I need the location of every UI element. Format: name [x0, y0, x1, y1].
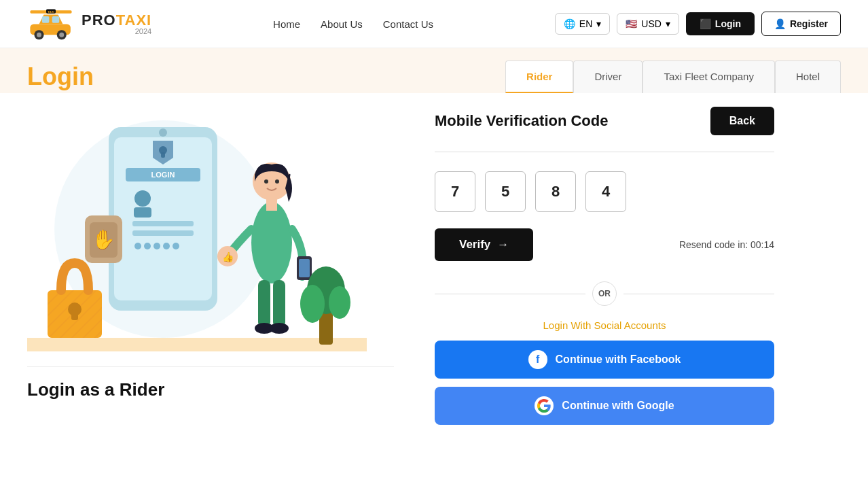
- nav-about[interactable]: About Us: [321, 18, 363, 30]
- login-band: Login Rider Driver Taxi Fleet Company Ho…: [0, 48, 868, 93]
- svg-rect-19: [132, 230, 194, 236]
- svg-rect-38: [273, 280, 285, 328]
- facebook-login-button[interactable]: f Continue with Facebook: [435, 341, 774, 379]
- svg-point-22: [153, 243, 160, 249]
- tab-hotel[interactable]: Hotel: [775, 60, 841, 93]
- otp-input-4[interactable]: [585, 171, 626, 212]
- tab-rider[interactable]: Rider: [505, 60, 573, 93]
- right-panel: Mobile Verification Code Back Verify → R…: [435, 93, 774, 433]
- svg-point-24: [173, 243, 179, 249]
- taxi-logo-icon: TAXI: [27, 7, 75, 41]
- login-illustration: LOGIN ✋: [27, 93, 367, 351]
- svg-point-23: [163, 243, 170, 249]
- or-badge: OR: [592, 281, 617, 306]
- otp-input-3[interactable]: [535, 171, 576, 212]
- svg-point-51: [300, 285, 325, 323]
- main-nav: Home About Us Contact Us: [273, 18, 433, 30]
- verify-button[interactable]: Verify →: [435, 228, 533, 261]
- resend-timer: Resend code in: 00:14: [679, 239, 774, 250]
- svg-rect-34: [266, 198, 277, 211]
- logo-taxi: TAXI: [116, 13, 151, 28]
- facebook-icon: f: [528, 350, 547, 369]
- social-section-title: Login With Social Accounts: [435, 319, 774, 331]
- main-content: LOGIN ✋: [0, 93, 868, 460]
- or-line-right: [623, 294, 774, 294]
- left-panel: LOGIN ✋: [27, 93, 394, 400]
- svg-point-16: [134, 190, 151, 207]
- person-icon: 👤: [774, 18, 786, 29]
- svg-rect-17: [134, 207, 151, 218]
- illustration-divider: [27, 366, 394, 367]
- chevron-down-icon: ▾: [666, 18, 670, 29]
- svg-point-30: [251, 202, 292, 283]
- rider-label: Login as a Rider: [27, 379, 394, 400]
- svg-point-52: [329, 286, 350, 319]
- otp-input-row: [435, 171, 774, 212]
- header-right: 🌐 EN ▾ 🇺🇸 USD ▾ ⬛ Login 👤 Register: [555, 12, 841, 36]
- tab-driver[interactable]: Driver: [573, 60, 643, 93]
- tab-taxi-fleet[interactable]: Taxi Fleet Company: [643, 60, 775, 93]
- verify-label: Verify: [459, 238, 490, 251]
- svg-rect-2: [42, 16, 50, 23]
- svg-rect-18: [132, 221, 194, 226]
- google-icon: [535, 396, 554, 415]
- verify-row: Verify → Resend code in: 00:14: [435, 228, 774, 261]
- nav-contact[interactable]: Contact Us: [383, 18, 433, 30]
- logo-pro: PRO: [82, 13, 116, 28]
- facebook-label: Continue with Facebook: [556, 353, 681, 366]
- usd-flag-icon: 🇺🇸: [626, 18, 637, 29]
- currency-selector[interactable]: 🇺🇸 USD ▾: [617, 13, 679, 35]
- arrow-right-icon: →: [497, 238, 509, 251]
- nav-home[interactable]: Home: [273, 18, 300, 30]
- google-label: Continue with Google: [562, 400, 674, 412]
- svg-text:TAXI: TAXI: [48, 10, 54, 14]
- svg-point-40: [270, 323, 289, 334]
- otp-input-2[interactable]: [485, 171, 526, 212]
- svg-point-33: [275, 179, 279, 184]
- svg-text:LOGIN: LOGIN: [151, 171, 175, 179]
- logo-area: TAXI PRO TAXI 2024: [27, 7, 151, 41]
- svg-point-5: [37, 33, 41, 37]
- google-login-button[interactable]: Continue with Google: [435, 387, 774, 425]
- svg-point-7: [59, 33, 64, 37]
- title-divider: [435, 152, 774, 152]
- svg-point-20: [134, 243, 141, 249]
- lang-label: EN: [579, 18, 592, 29]
- login-label: Login: [715, 18, 741, 29]
- login-icon: ⬛: [700, 18, 711, 29]
- tab-bar: Rider Driver Taxi Fleet Company Hotel: [505, 60, 841, 93]
- register-label: Register: [790, 18, 828, 29]
- currency-label: USD: [641, 18, 662, 29]
- register-button[interactable]: 👤 Register: [761, 12, 841, 36]
- svg-point-13: [159, 128, 167, 137]
- logo-year: 2024: [82, 28, 151, 35]
- svg-rect-48: [27, 338, 367, 351]
- back-button[interactable]: Back: [710, 107, 774, 135]
- otp-input-1[interactable]: [435, 171, 475, 212]
- svg-point-32: [264, 179, 268, 184]
- svg-rect-37: [258, 280, 270, 328]
- or-divider: OR: [435, 281, 774, 306]
- verification-title: Mobile Verification Code: [435, 112, 608, 130]
- login-button[interactable]: ⬛ Login: [686, 12, 755, 35]
- svg-rect-36: [299, 259, 310, 277]
- header: TAXI PRO TAXI 2024 Home About Us Contact…: [0, 0, 868, 48]
- chevron-down-icon: ▾: [596, 18, 601, 29]
- logo-text: PRO TAXI 2024: [82, 13, 151, 35]
- globe-icon: 🌐: [564, 18, 575, 29]
- svg-text:✋: ✋: [92, 228, 115, 251]
- svg-text:👍: 👍: [222, 251, 234, 263]
- or-line-left: [435, 294, 585, 294]
- login-title: Login: [27, 63, 94, 91]
- svg-rect-26: [161, 152, 165, 158]
- svg-rect-46: [71, 309, 78, 320]
- svg-rect-3: [52, 16, 60, 23]
- verification-header: Mobile Verification Code Back: [435, 107, 774, 135]
- language-selector[interactable]: 🌐 EN ▾: [555, 13, 610, 35]
- svg-point-21: [144, 243, 151, 249]
